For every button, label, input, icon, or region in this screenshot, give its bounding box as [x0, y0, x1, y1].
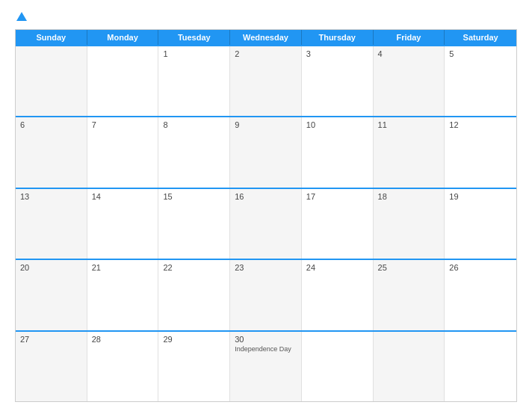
day-number: 21 — [92, 263, 101, 272]
calendar-day-cell: 14 — [87, 189, 159, 259]
logo — [15, 12, 27, 22]
day-number: 24 — [306, 263, 315, 272]
calendar-day-cell: 27 — [16, 332, 87, 401]
calendar-day-cell: 25 — [374, 260, 445, 330]
calendar-day-cell: 19 — [445, 189, 516, 259]
calendar-grid: SundayMondayTuesdayWednesdayThursdayFrid… — [15, 29, 517, 402]
calendar-day-cell — [16, 46, 87, 116]
calendar-day-cell — [445, 332, 516, 401]
calendar-day-cell: 29 — [158, 332, 230, 401]
calendar-day-cell: 6 — [16, 117, 87, 187]
day-number: 16 — [235, 192, 244, 201]
day-number: 17 — [306, 192, 315, 201]
day-number: 9 — [235, 120, 239, 129]
calendar-day-cell: 12 — [445, 117, 516, 187]
day-number: 7 — [92, 120, 96, 129]
calendar-day-cell: 11 — [374, 117, 445, 187]
day-number: 19 — [449, 192, 458, 201]
calendar-day-cell: 30Independence Day — [230, 332, 302, 401]
calendar-day-cell: 1 — [158, 46, 230, 116]
calendar-day-cell: 24 — [302, 260, 374, 330]
calendar-day-cell — [87, 46, 159, 116]
weekday-header-cell: Wednesday — [230, 30, 302, 45]
calendar-day-cell: 22 — [158, 260, 230, 330]
day-number: 23 — [235, 263, 244, 272]
calendar-day-cell: 5 — [445, 46, 516, 116]
weekday-header-cell: Friday — [374, 30, 445, 45]
calendar-day-cell: 23 — [230, 260, 302, 330]
calendar-week-row: 13141516171819 — [16, 188, 516, 259]
event-label: Independence Day — [235, 345, 291, 353]
day-number: 8 — [163, 120, 167, 129]
day-number: 2 — [235, 49, 239, 58]
calendar-day-cell: 7 — [87, 117, 159, 187]
calendar-day-cell: 10 — [302, 117, 374, 187]
calendar-week-row: 20212223242526 — [16, 259, 516, 330]
calendar-day-cell: 8 — [158, 117, 230, 187]
calendar-header — [15, 12, 517, 22]
calendar-day-cell: 26 — [445, 260, 516, 330]
calendar-day-cell: 16 — [230, 189, 302, 259]
day-number: 11 — [378, 120, 387, 129]
calendar-day-cell — [302, 332, 374, 401]
day-number: 26 — [449, 263, 458, 272]
calendar-page: SundayMondayTuesdayWednesdayThursdayFrid… — [0, 0, 532, 411]
day-number: 1 — [163, 49, 167, 58]
day-number: 25 — [378, 263, 387, 272]
calendar-day-cell: 28 — [87, 332, 159, 401]
day-number: 15 — [163, 192, 172, 201]
day-number: 14 — [92, 192, 101, 201]
day-number: 3 — [306, 49, 311, 58]
weekday-header-cell: Sunday — [16, 30, 87, 45]
calendar-day-cell — [374, 332, 445, 401]
calendar-day-cell: 3 — [302, 46, 374, 116]
calendar-day-cell: 9 — [230, 117, 302, 187]
day-number: 22 — [163, 263, 172, 272]
weekday-header-cell: Tuesday — [158, 30, 230, 45]
calendar-day-cell: 15 — [158, 189, 230, 259]
day-number: 10 — [306, 120, 315, 129]
day-number: 30 — [235, 335, 244, 344]
calendar-day-cell: 18 — [374, 189, 445, 259]
day-number: 29 — [163, 335, 172, 344]
weekday-header-cell: Thursday — [302, 30, 374, 45]
day-number: 27 — [20, 335, 29, 344]
calendar-weekday-header: SundayMondayTuesdayWednesdayThursdayFrid… — [16, 30, 516, 45]
logo-blue-text — [15, 12, 27, 22]
day-number: 12 — [449, 120, 458, 129]
day-number: 4 — [378, 49, 383, 58]
calendar-week-row: 27282930Independence Day — [16, 330, 516, 401]
day-number: 18 — [378, 192, 387, 201]
day-number: 5 — [449, 49, 454, 58]
day-number: 13 — [20, 192, 29, 201]
weekday-header-cell: Saturday — [445, 30, 516, 45]
day-number: 6 — [20, 120, 25, 129]
day-number: 28 — [92, 335, 101, 344]
logo-triangle-icon — [16, 12, 27, 21]
calendar-day-cell: 21 — [87, 260, 159, 330]
calendar-day-cell: 13 — [16, 189, 87, 259]
calendar-day-cell: 4 — [374, 46, 445, 116]
weekday-header-cell: Monday — [87, 30, 159, 45]
calendar-day-cell: 20 — [16, 260, 87, 330]
calendar-week-row: 6789101112 — [16, 116, 516, 187]
calendar-week-row: 12345 — [16, 45, 516, 116]
day-number: 20 — [20, 263, 29, 272]
calendar-day-cell: 2 — [230, 46, 302, 116]
calendar-body: 1234567891011121314151617181920212223242… — [16, 45, 516, 401]
calendar-day-cell: 17 — [302, 189, 374, 259]
